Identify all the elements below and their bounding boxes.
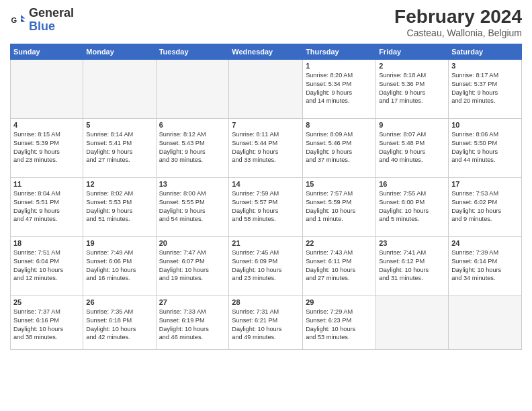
logo-icon: G [10,12,26,28]
day-info: Sunrise: 8:18 AM Sunset: 5:36 PM Dayligh… [379,71,445,106]
day-info: Sunrise: 7:35 AM Sunset: 6:18 PM Dayligh… [86,308,152,342]
day-info: Sunrise: 8:17 AM Sunset: 5:37 PM Dayligh… [451,71,519,106]
day-header-wednesday: Wednesday [229,44,303,59]
calendar-page: G General Blue February 2024 Casteau, Wa… [0,0,532,411]
calendar-cell [156,59,229,118]
day-number: 29 [306,298,373,306]
calendar-cell [376,295,449,349]
calendar-cell: 2Sunrise: 8:18 AM Sunset: 5:36 PM Daylig… [376,59,449,118]
calendar-cell: 3Sunrise: 8:17 AM Sunset: 5:37 PM Daylig… [449,59,522,118]
day-info: Sunrise: 7:57 AM Sunset: 5:59 PM Dayligh… [306,189,373,224]
day-info: Sunrise: 8:14 AM Sunset: 5:41 PM Dayligh… [86,130,152,165]
calendar-table: SundayMondayTuesdayWednesdayThursdayFrid… [10,44,522,350]
day-number: 21 [232,239,300,247]
day-header-tuesday: Tuesday [156,44,229,59]
day-header-saturday: Saturday [449,44,522,59]
calendar-header-row: SundayMondayTuesdayWednesdayThursdayFrid… [11,44,522,59]
calendar-week-row: 25Sunrise: 7:37 AM Sunset: 6:16 PM Dayli… [11,295,522,349]
day-info: Sunrise: 7:51 AM Sunset: 6:04 PM Dayligh… [13,248,80,283]
day-number: 10 [451,121,519,129]
day-info: Sunrise: 7:49 AM Sunset: 6:06 PM Dayligh… [86,248,152,283]
calendar-subtitle: Casteau, Wallonia, Belgium [394,28,522,38]
calendar-cell: 27Sunrise: 7:33 AM Sunset: 6:19 PM Dayli… [156,295,229,349]
day-info: Sunrise: 8:04 AM Sunset: 5:51 PM Dayligh… [13,189,80,224]
calendar-cell: 25Sunrise: 7:37 AM Sunset: 6:16 PM Dayli… [11,295,83,349]
day-info: Sunrise: 7:31 AM Sunset: 6:21 PM Dayligh… [232,308,300,342]
calendar-cell [11,59,83,118]
svg-marker-2 [21,18,25,21]
day-info: Sunrise: 7:37 AM Sunset: 6:16 PM Dayligh… [13,308,80,342]
calendar-cell: 17Sunrise: 7:53 AM Sunset: 6:02 PM Dayli… [449,177,522,236]
day-info: Sunrise: 7:45 AM Sunset: 6:09 PM Dayligh… [232,248,300,283]
calendar-cell: 20Sunrise: 7:47 AM Sunset: 6:07 PM Dayli… [156,236,229,295]
day-number: 27 [159,298,226,306]
calendar-cell: 26Sunrise: 7:35 AM Sunset: 6:18 PM Dayli… [83,295,156,349]
day-number: 11 [13,180,80,188]
day-info: Sunrise: 8:06 AM Sunset: 5:50 PM Dayligh… [451,130,519,165]
day-number: 18 [13,239,80,247]
calendar-cell [229,59,303,118]
day-number: 17 [451,180,519,188]
calendar-title: February 2024 [394,7,522,28]
calendar-cell: 1Sunrise: 8:20 AM Sunset: 5:34 PM Daylig… [303,59,376,118]
day-number: 3 [451,62,519,70]
calendar-cell: 10Sunrise: 8:06 AM Sunset: 5:50 PM Dayli… [449,118,522,177]
day-info: Sunrise: 8:00 AM Sunset: 5:55 PM Dayligh… [159,189,226,224]
logo: G General Blue [10,7,74,34]
day-info: Sunrise: 8:15 AM Sunset: 5:39 PM Dayligh… [13,130,80,165]
header: G General Blue February 2024 Casteau, Wa… [10,7,522,38]
day-number: 25 [13,298,80,306]
day-header-sunday: Sunday [11,44,83,59]
day-number: 26 [86,298,152,306]
calendar-cell: 8Sunrise: 8:09 AM Sunset: 5:46 PM Daylig… [303,118,376,177]
svg-text:G: G [11,16,17,24]
day-info: Sunrise: 8:11 AM Sunset: 5:44 PM Dayligh… [232,130,300,165]
calendar-cell: 15Sunrise: 7:57 AM Sunset: 5:59 PM Dayli… [303,177,376,236]
calendar-cell: 12Sunrise: 8:02 AM Sunset: 5:53 PM Dayli… [83,177,156,236]
calendar-cell: 28Sunrise: 7:31 AM Sunset: 6:21 PM Dayli… [229,295,303,349]
calendar-cell: 5Sunrise: 8:14 AM Sunset: 5:41 PM Daylig… [83,118,156,177]
calendar-cell: 7Sunrise: 8:11 AM Sunset: 5:44 PM Daylig… [229,118,303,177]
calendar-cell: 11Sunrise: 8:04 AM Sunset: 5:51 PM Dayli… [11,177,83,236]
logo-text: General Blue [29,7,74,34]
day-info: Sunrise: 8:20 AM Sunset: 5:34 PM Dayligh… [306,71,373,106]
day-number: 22 [306,239,373,247]
day-number: 28 [232,298,300,306]
title-block: February 2024 Casteau, Wallonia, Belgium [394,7,522,38]
calendar-week-row: 1Sunrise: 8:20 AM Sunset: 5:34 PM Daylig… [11,59,522,118]
day-info: Sunrise: 7:59 AM Sunset: 5:57 PM Dayligh… [232,189,300,224]
svg-marker-1 [21,15,25,19]
day-info: Sunrise: 8:07 AM Sunset: 5:48 PM Dayligh… [379,130,445,165]
calendar-week-row: 18Sunrise: 7:51 AM Sunset: 6:04 PM Dayli… [11,236,522,295]
day-number: 15 [306,180,373,188]
day-header-friday: Friday [376,44,449,59]
calendar-cell: 29Sunrise: 7:29 AM Sunset: 6:23 PM Dayli… [303,295,376,349]
calendar-cell: 16Sunrise: 7:55 AM Sunset: 6:00 PM Dayli… [376,177,449,236]
day-info: Sunrise: 7:43 AM Sunset: 6:11 PM Dayligh… [306,248,373,283]
day-number: 19 [86,239,152,247]
day-info: Sunrise: 7:33 AM Sunset: 6:19 PM Dayligh… [159,308,226,342]
logo-line2: Blue [29,20,74,34]
day-info: Sunrise: 7:55 AM Sunset: 6:00 PM Dayligh… [379,189,445,224]
day-number: 13 [159,180,226,188]
day-info: Sunrise: 8:09 AM Sunset: 5:46 PM Dayligh… [306,130,373,165]
calendar-week-row: 11Sunrise: 8:04 AM Sunset: 5:51 PM Dayli… [11,177,522,236]
day-number: 20 [159,239,226,247]
calendar-cell: 24Sunrise: 7:39 AM Sunset: 6:14 PM Dayli… [449,236,522,295]
calendar-cell [449,295,522,349]
calendar-week-row: 4Sunrise: 8:15 AM Sunset: 5:39 PM Daylig… [11,118,522,177]
day-number: 12 [86,180,152,188]
calendar-cell: 6Sunrise: 8:12 AM Sunset: 5:43 PM Daylig… [156,118,229,177]
day-info: Sunrise: 7:39 AM Sunset: 6:14 PM Dayligh… [451,248,519,283]
calendar-cell: 22Sunrise: 7:43 AM Sunset: 6:11 PM Dayli… [303,236,376,295]
day-number: 6 [159,121,226,129]
day-number: 16 [379,180,445,188]
calendar-cell: 19Sunrise: 7:49 AM Sunset: 6:06 PM Dayli… [83,236,156,295]
calendar-cell [83,59,156,118]
calendar-cell: 21Sunrise: 7:45 AM Sunset: 6:09 PM Dayli… [229,236,303,295]
calendar-cell: 14Sunrise: 7:59 AM Sunset: 5:57 PM Dayli… [229,177,303,236]
day-header-thursday: Thursday [303,44,376,59]
day-info: Sunrise: 8:02 AM Sunset: 5:53 PM Dayligh… [86,189,152,224]
day-number: 4 [13,121,80,129]
day-number: 23 [379,239,445,247]
